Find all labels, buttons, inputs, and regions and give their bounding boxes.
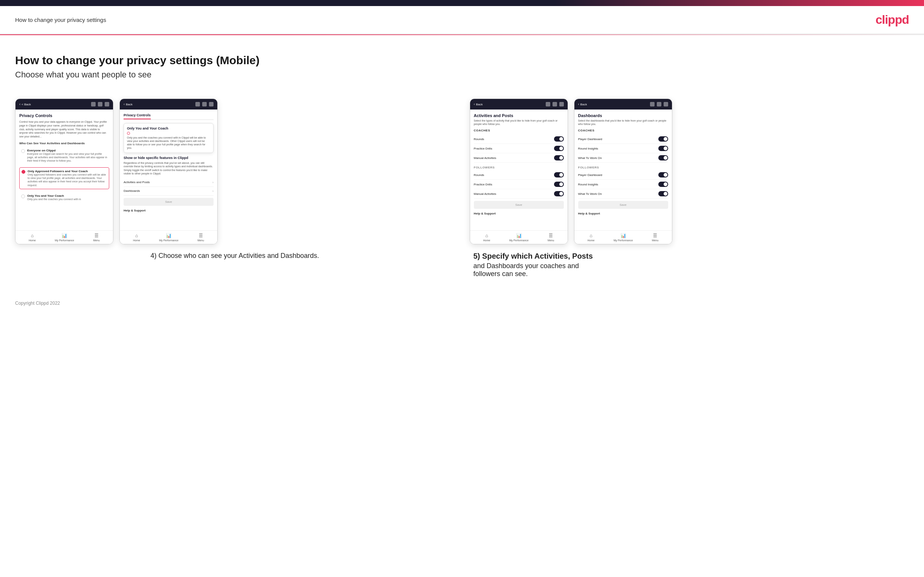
toggle-rounds-follower[interactable]: Rounds <box>474 170 564 180</box>
screen1-back[interactable]: ‹ < Back <box>19 102 31 106</box>
toggle-insights-coach[interactable]: Round Insights <box>578 144 668 153</box>
footer-performance-4[interactable]: 📊 My Performance <box>613 233 633 242</box>
radio-option-3[interactable]: Only You and Your Coach Only you and the… <box>19 192 109 203</box>
settings-icon-2[interactable] <box>209 102 213 106</box>
toggle-drills-coach-switch[interactable] <box>554 146 564 151</box>
left-screens: ‹ < Back Privacy Controls Control how yo… <box>15 98 455 244</box>
toggle-insights-coach-switch[interactable] <box>658 146 668 151</box>
toggle-manual-follower-switch[interactable] <box>554 191 564 197</box>
help-label-4: Help & Support <box>578 212 668 215</box>
page-subtitle: Choose what you want people to see <box>15 70 909 80</box>
user-icon-2[interactable] <box>202 102 207 106</box>
search-icon-4[interactable] <box>650 102 654 106</box>
toggle-player-coach[interactable]: Player Dashboard <box>578 134 668 144</box>
settings-icon-3[interactable] <box>559 102 564 106</box>
toggle-manual-coach[interactable]: Manual Activities <box>474 153 564 163</box>
search-icon-3[interactable] <box>546 102 550 106</box>
footer-menu-3[interactable]: ☰ Menu <box>548 233 554 242</box>
toggle-player-coach-switch[interactable] <box>658 136 668 142</box>
header-title: How to change your privacy settings <box>15 17 106 23</box>
screen3-coaches-label: COACHES <box>474 129 564 132</box>
footer-performance-3[interactable]: 📊 My Performance <box>509 233 528 242</box>
user-icon[interactable] <box>98 102 102 106</box>
screen3-header: ‹ Back <box>470 99 568 110</box>
toggle-workOn-coach-switch[interactable] <box>658 155 668 161</box>
popup-option[interactable] <box>127 132 210 135</box>
menu-activities[interactable]: Activities and Posts › <box>124 178 213 187</box>
toggle-player-follower[interactable]: Player Dashboard <box>578 170 668 180</box>
toggle-workOn-follower[interactable]: What To Work On <box>578 189 668 198</box>
toggle-workOn-follower-switch[interactable] <box>658 191 668 197</box>
footer-home-1[interactable]: ⌂ Home <box>29 233 36 242</box>
toggle-workOn-follower-label: What To Work On <box>578 192 602 196</box>
footer-performance-2[interactable]: 📊 My Performance <box>159 233 178 242</box>
search-icon-2[interactable] <box>195 102 200 106</box>
toggle-manual-coach-switch[interactable] <box>554 155 564 161</box>
toggle-insights-coach-label: Round Insights <box>578 147 598 150</box>
help-label-2: Help & Support <box>124 209 213 212</box>
caption-right-line2: and Dashboards your coaches and <box>473 262 906 270</box>
toggle-insights-follower-switch[interactable] <box>658 182 668 187</box>
toggle-player-coach-label: Player Dashboard <box>578 137 603 141</box>
radio-text-3: Only You and Your Coach Only you and the… <box>27 194 81 201</box>
radio-label-2: Only Approved Followers and Your Coach <box>27 169 107 173</box>
toggle-rounds-follower-switch[interactable] <box>554 172 564 177</box>
save-btn-2[interactable]: Save <box>124 198 213 206</box>
radio-circle-1 <box>21 149 25 153</box>
screen1-footer: ⌂ Home 📊 My Performance ☰ Menu <box>16 230 113 244</box>
toggle-manual-follower[interactable]: Manual Activities <box>474 189 564 198</box>
help-label-3: Help & Support <box>474 212 564 215</box>
footer-home-4[interactable]: ⌂ Home <box>588 233 595 242</box>
screen3-icons <box>546 102 564 106</box>
radio-desc-2: Only approved followers and coaches you … <box>27 173 107 187</box>
screen4-body: Dashboards Select the dashboards that yo… <box>574 110 672 230</box>
footer-home-2[interactable]: ⌂ Home <box>133 233 140 242</box>
toggle-player-follower-label: Player Dashboard <box>578 173 603 177</box>
page-title: How to change your privacy settings (Mob… <box>15 54 909 67</box>
user-icon-4[interactable] <box>657 102 661 106</box>
header: How to change your privacy settings clip… <box>0 6 924 34</box>
toggle-drills-coach[interactable]: Practice Drills <box>474 144 564 153</box>
screen2-tab[interactable]: Privacy Controls <box>124 113 151 119</box>
caption-right-line1: 5) Specify which Activities, Posts <box>473 252 906 261</box>
toggle-rounds-coach[interactable]: Rounds <box>474 134 564 144</box>
toggle-player-follower-switch[interactable] <box>658 172 668 177</box>
toggle-workOn-coach[interactable]: What To Work On <box>578 153 668 163</box>
user-icon-3[interactable] <box>552 102 557 106</box>
footer-menu-4[interactable]: ☰ Menu <box>652 233 659 242</box>
caption-left: 4) Choose who can see your Activities an… <box>150 252 319 259</box>
right-caption: 5) Specify which Activities, Posts and D… <box>470 252 909 278</box>
toggle-insights-follower[interactable]: Round Insights <box>578 180 668 189</box>
screen3-back[interactable]: ‹ Back <box>474 102 483 106</box>
footer-performance-1[interactable]: 📊 My Performance <box>55 233 74 242</box>
footer-menu-2[interactable]: ☰ Menu <box>197 233 204 242</box>
radio-label-3: Only You and Your Coach <box>27 194 81 198</box>
screen2-footer: ⌂ Home 📊 My Performance ☰ Menu <box>120 230 217 244</box>
show-hide-title: Show or hide specific features in Clippd <box>124 156 213 160</box>
menu-dashboards[interactable]: Dashboards › <box>124 187 213 196</box>
chevron-icon-2: › <box>212 189 213 193</box>
screen2-popup: Only You and Your Coach Only you and the… <box>124 123 213 153</box>
screenshots-section: ‹ < Back Privacy Controls Control how yo… <box>15 98 909 278</box>
screen2-back[interactable]: ‹ Back <box>124 102 132 106</box>
screen4-footer: ⌂ Home 📊 My Performance ☰ Menu <box>574 230 672 244</box>
settings-icon[interactable] <box>105 102 109 106</box>
search-icon[interactable] <box>91 102 95 106</box>
screen3-title: Activities and Posts <box>474 113 564 118</box>
toggle-rounds-coach-switch[interactable] <box>554 136 564 142</box>
toggle-drills-follower[interactable]: Practice Drills <box>474 180 564 189</box>
save-btn-3[interactable]: Save <box>474 201 564 209</box>
settings-icon-4[interactable] <box>664 102 668 106</box>
footer-menu-1[interactable]: ☰ Menu <box>93 233 100 242</box>
screen1-body: Privacy Controls Control how you and you… <box>16 110 113 230</box>
right-screens: ‹ Back Activities and Posts Select the t… <box>470 98 909 244</box>
screen1-desc: Control how you and your data appears to… <box>19 120 109 139</box>
toggle-drills-follower-switch[interactable] <box>554 182 564 187</box>
toggle-workOn-coach-label: What To Work On <box>578 156 602 160</box>
radio-option-2[interactable]: Only Approved Followers and Your Coach O… <box>19 167 109 189</box>
screen4-followers-label: FOLLOWERS <box>578 166 668 169</box>
radio-option-1[interactable]: Everyone on Clippd Everyone on Clippd ca… <box>19 147 109 164</box>
save-btn-4[interactable]: Save <box>578 201 668 209</box>
footer-home-3[interactable]: ⌂ Home <box>483 233 491 242</box>
screen4-back[interactable]: ‹ Back <box>578 102 587 106</box>
